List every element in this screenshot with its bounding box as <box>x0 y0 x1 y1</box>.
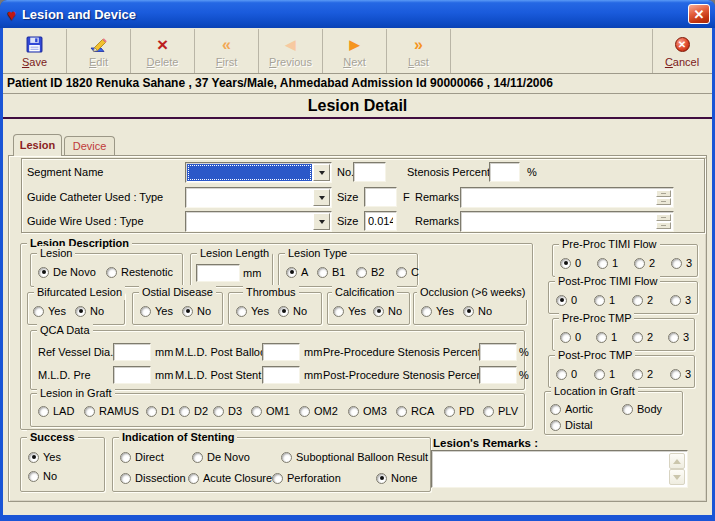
radio-pre-tmp-1[interactable]: 1 <box>596 331 617 343</box>
lesion-no-input[interactable] <box>353 162 386 182</box>
radio-pre-tmp-2[interactable]: 2 <box>632 331 653 343</box>
radio-distal[interactable]: Distal <box>550 419 593 431</box>
save-button[interactable]: Save <box>3 29 67 73</box>
radio-om1[interactable]: OM1 <box>251 405 290 417</box>
guide-catheter-remarks-input[interactable] <box>460 187 674 208</box>
edit-button[interactable]: Edit <box>67 29 131 73</box>
radio-ostial-yes[interactable]: Yes <box>140 305 173 317</box>
radio-pre-timi-0[interactable]: 0 <box>560 257 581 269</box>
radio-pre-timi-1[interactable]: 1 <box>597 257 618 269</box>
radio-om3[interactable]: OM3 <box>348 405 387 417</box>
save-label: Save <box>22 56 47 68</box>
lesion-length-input[interactable] <box>196 264 240 282</box>
guide-wire-combo[interactable] <box>185 211 332 232</box>
radio-plv[interactable]: PLV <box>483 405 518 417</box>
radio-restenotic[interactable]: Restenotic <box>106 266 173 278</box>
radio-pre-timi-3[interactable]: 3 <box>671 257 692 269</box>
radio-pre-tmp-0[interactable]: 0 <box>560 331 581 343</box>
remarks-mini-scrollbar <box>656 190 671 205</box>
mld-post-balloon-input[interactable] <box>262 343 300 361</box>
radio-de-novo-indication[interactable]: De Novo <box>192 451 250 463</box>
remarks-scroll-down-button[interactable] <box>669 469 685 485</box>
radio-calcification-yes[interactable]: Yes <box>333 305 366 317</box>
radio-post-tmp-3[interactable]: 3 <box>670 368 691 380</box>
radio-pre-tmp-3[interactable]: 3 <box>668 331 689 343</box>
radio-occlusion-yes[interactable]: Yes <box>421 305 454 317</box>
stenosis-percent-input[interactable] <box>489 162 520 182</box>
radio-bifurcated-yes[interactable]: Yes <box>33 305 66 317</box>
next-button[interactable]: ▶ Next <box>323 29 387 73</box>
radio-d2[interactable]: D2 <box>179 405 208 417</box>
radio-om2[interactable]: OM2 <box>299 405 338 417</box>
guide-catheter-dropdown-button[interactable] <box>313 189 330 206</box>
radio-acute-closure[interactable]: Acute Closure <box>188 472 272 484</box>
radio-bifurcated-no[interactable]: No <box>75 305 104 317</box>
radio-post-tmp-2[interactable]: 2 <box>632 368 653 380</box>
radio-type-a[interactable]: A <box>286 266 308 278</box>
radio-dissection[interactable]: Dissection <box>120 472 186 484</box>
title-bar[interactable]: ♥ Lesion and Device ✕ <box>0 0 715 28</box>
radio-pre-timi-2[interactable]: 2 <box>634 257 655 269</box>
radio-post-tmp-1[interactable]: 1 <box>594 368 615 380</box>
radio-direct[interactable]: Direct <box>120 451 164 463</box>
cancel-button[interactable]: ✕ Cancel <box>652 29 711 73</box>
first-button[interactable]: « First <box>195 29 259 73</box>
radio-pd[interactable]: PD <box>444 405 474 417</box>
scroll-down-button[interactable] <box>656 198 671 205</box>
radio-thrombus-no[interactable]: No <box>278 305 307 317</box>
remarks-scroll-up-button[interactable] <box>669 453 685 469</box>
tab-lesion[interactable]: Lesion <box>13 134 62 156</box>
close-button[interactable]: ✕ <box>688 4 710 24</box>
radio-lad[interactable]: LAD <box>38 405 74 417</box>
guide-wire-remarks-input[interactable] <box>460 211 674 232</box>
radio-thrombus-yes[interactable]: Yes <box>236 305 269 317</box>
radio-calcification-no[interactable]: No <box>373 305 402 317</box>
guide-catheter-combo[interactable] <box>185 187 332 208</box>
guide-wire-size-input[interactable] <box>364 211 397 231</box>
mld-post-stent-input[interactable] <box>262 366 300 384</box>
stenosis-percent-unit: % <box>527 166 537 179</box>
radio-none[interactable]: None <box>376 472 417 484</box>
scroll-down-button[interactable] <box>656 222 671 229</box>
post-procedure-stenosis-input[interactable] <box>479 366 517 384</box>
radio-post-timi-3[interactable]: 3 <box>670 294 691 306</box>
radio-post-timi-2[interactable]: 2 <box>632 294 653 306</box>
mld-pre-input[interactable] <box>113 366 151 384</box>
radio-type-b1[interactable]: B1 <box>317 266 345 278</box>
radio-occlusion-no[interactable]: No <box>463 305 492 317</box>
radio-de-novo[interactable]: De Novo <box>38 266 96 278</box>
tab-device[interactable]: Device <box>64 136 115 155</box>
radio-type-b2[interactable]: B2 <box>356 266 384 278</box>
segment-name-combo[interactable] <box>185 162 332 183</box>
radio-post-timi-1[interactable]: 1 <box>594 294 615 306</box>
radio-suboptional-balloon-result[interactable]: Suboptional Balloon Result <box>281 451 428 463</box>
radio-type-c[interactable]: C <box>396 266 419 278</box>
mld-post-balloon-label: M.L.D. Post Balloon <box>175 346 272 359</box>
ref-vessel-dia-input[interactable] <box>113 343 151 361</box>
pre-procedure-stenosis-label: Pre-Procedure Stenosis Percent <box>323 346 481 359</box>
radio-ostial-no[interactable]: No <box>182 305 211 317</box>
scroll-up-button[interactable] <box>656 190 671 197</box>
guide-catheter-size-input[interactable] <box>364 187 397 207</box>
radio-ramus[interactable]: RAMUS <box>84 405 139 417</box>
radio-perforation[interactable]: Perforation <box>272 472 341 484</box>
delete-button[interactable]: × Delete <box>131 29 195 73</box>
radio-d1[interactable]: D1 <box>146 405 175 417</box>
radio-rca[interactable]: RCA <box>396 405 434 417</box>
radio-success-yes[interactable]: Yes <box>28 451 61 463</box>
previous-icon: ◀ <box>286 38 296 51</box>
guide-wire-dropdown-button[interactable] <box>313 213 330 230</box>
radio-aortic[interactable]: Aortic <box>550 403 593 415</box>
scroll-up-button[interactable] <box>656 214 671 221</box>
chevron-down-icon <box>319 196 325 200</box>
last-button[interactable]: » Last <box>387 29 451 73</box>
segment-name-dropdown-button[interactable] <box>313 164 330 181</box>
radio-d3[interactable]: D3 <box>213 405 242 417</box>
radio-body[interactable]: Body <box>622 403 662 415</box>
radio-success-no[interactable]: No <box>28 470 57 482</box>
radio-post-tmp-0[interactable]: 0 <box>556 368 577 380</box>
pre-procedure-stenosis-input[interactable] <box>479 343 517 361</box>
radio-post-timi-0[interactable]: 0 <box>556 294 577 306</box>
previous-button[interactable]: ◀ Previous <box>259 29 323 73</box>
lesion-remarks-input[interactable] <box>431 450 688 488</box>
